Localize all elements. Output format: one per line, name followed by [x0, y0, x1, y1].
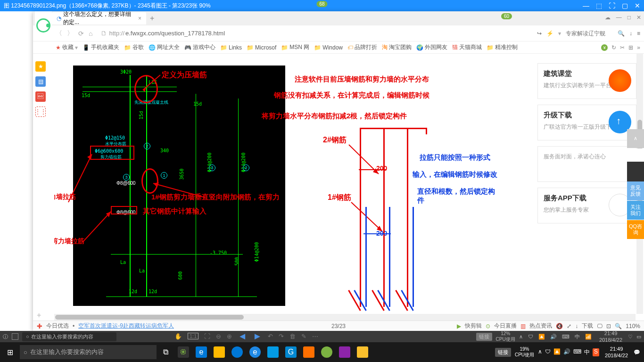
url-input[interactable]: 🗋 http:// e.fwxgx.com/question_1778178.h…: [97, 28, 532, 39]
bookmark-item[interactable]: 📁Window: [314, 44, 343, 51]
tray-ime[interactable]: 中: [584, 348, 590, 356]
tray-alt-clock[interactable]: 21:49 2018/4/22: [597, 330, 624, 344]
app-icon[interactable]: [336, 342, 354, 362]
tool-11-icon[interactable]: 1:1: [188, 333, 198, 339]
tray-alt-notif-icon[interactable]: ▭: [636, 334, 641, 340]
tab-add-button[interactable]: +: [150, 14, 154, 23]
tool-icon[interactable]: ⊡: [606, 323, 611, 329]
bm-badge-icon[interactable]: ¥: [601, 44, 608, 51]
feedback-button[interactable]: 意见反馈: [627, 181, 644, 200]
menu-icon[interactable]: ≡: [637, 30, 640, 37]
bm-icon[interactable]: ✂: [620, 44, 625, 51]
tray-clock[interactable]: 21:49 2018/4/22: [603, 346, 630, 359]
bookmark-item[interactable]: 📁Links: [220, 44, 242, 51]
scrollbar-thumb[interactable]: [55, 315, 244, 320]
taskview-button[interactable]: ⧉: [157, 342, 174, 362]
tool-rotr-icon[interactable]: ↷: [279, 333, 284, 340]
app-icon[interactable]: ֎: [174, 342, 192, 362]
qq-button[interactable]: QQ咨询: [627, 220, 644, 239]
app-icon[interactable]: G: [282, 342, 300, 362]
tray-up-icon[interactable]: ∧: [538, 348, 542, 356]
search-icon[interactable]: 🔍: [618, 30, 625, 37]
bookmark-item[interactable]: 📁Microsof: [247, 44, 276, 51]
start-button[interactable]: ⊞: [0, 342, 20, 362]
status-news-link[interactable]: 空军首次派遣运-9赴西藏转运病危军人: [78, 322, 174, 330]
mute-icon[interactable]: 🔇: [556, 323, 563, 329]
browser-cloud-icon[interactable]: ☁: [605, 14, 611, 21]
app-icon[interactable]: [300, 342, 318, 362]
zoom-icon[interactable]: 🔍: [615, 323, 622, 329]
info-icon[interactable]: ⓘ: [3, 333, 8, 340]
search-input[interactable]: [566, 30, 613, 37]
live-icon[interactable]: ⊙: [486, 323, 490, 329]
tray-vol-icon[interactable]: 🔊: [563, 348, 570, 356]
tool-fit-icon[interactable]: ⛶: [204, 333, 210, 340]
tool-next-icon[interactable]: ►: [253, 331, 262, 342]
app-icon[interactable]: [210, 342, 228, 362]
bookmark-item[interactable]: 📱手机收藏夹: [83, 43, 119, 51]
nav-back-button[interactable]: 〈: [56, 29, 62, 38]
speed-icon[interactable]: ⚡: [546, 30, 553, 37]
share-icon[interactable]: ↪: [537, 30, 542, 37]
nav-forward-button[interactable]: 〉: [67, 29, 74, 38]
tool-edit-icon[interactable]: ✎: [301, 333, 306, 340]
browser-min-icon[interactable]: —: [616, 14, 622, 21]
link-badge[interactable]: 链接: [476, 333, 492, 341]
tool-prev-icon[interactable]: ◄: [238, 331, 247, 342]
nav-reload-button[interactable]: ⟳: [78, 30, 84, 37]
browser-close-icon[interactable]: ✕: [636, 14, 641, 21]
card-app[interactable]: 服务APP下载 您的掌上服务专家: [537, 188, 636, 223]
ext-icon[interactable]: ↓: [629, 30, 632, 37]
dropdown-icon[interactable]: ▾: [558, 30, 561, 37]
app-icon[interactable]: [228, 342, 246, 362]
tray-net-icon[interactable]: 🔼: [553, 348, 561, 356]
rail-add-button[interactable]: +: [37, 311, 45, 320]
bookmark-favorites[interactable]: ★收藏▾: [56, 43, 78, 51]
tool-more-icon[interactable]: ⋯: [312, 333, 318, 340]
tray-sogou-icon[interactable]: S: [593, 348, 599, 356]
search-alt-box[interactable]: ○ 在这里输入你要搜索的内容: [22, 332, 116, 341]
bookmark-item[interactable]: 猫天猫商城: [452, 43, 482, 51]
status-today[interactable]: 今日优选: [46, 322, 69, 330]
viewer-close-icon[interactable]: ✕: [635, 2, 640, 9]
nav-home-button[interactable]: ⌂: [89, 30, 92, 37]
bookmark-item[interactable]: 淘淘宝团购: [382, 43, 412, 51]
win-alt-icon[interactable]: [12, 333, 18, 340]
pip-icon[interactable]: 🖵: [597, 323, 603, 329]
horizontal-scrollbar[interactable]: [54, 314, 636, 321]
tray-alt-heart-icon[interactable]: ♡: [628, 334, 633, 340]
viewer-min-icon[interactable]: —: [583, 2, 589, 9]
rail-docs-button[interactable]: ▤: [35, 76, 46, 87]
bookmark-item[interactable]: 🎮游戏中心: [184, 43, 215, 51]
download-icon[interactable]: ↓: [575, 323, 578, 329]
app-icon[interactable]: [354, 342, 372, 362]
rail-weibo-button[interactable]: ೲ: [35, 91, 46, 102]
card-service[interactable]: 服务面对面，承诺心连心: [537, 146, 636, 182]
viewer-restore-icon[interactable]: ⬚: [596, 2, 602, 9]
viewer-max-icon[interactable]: ⛶: [609, 2, 615, 9]
card-course[interactable]: 建筑课堂 建筑行业实训教学第一平台: [537, 63, 636, 99]
rail-more-button[interactable]: ⋮⋮: [35, 107, 46, 117]
clip-icon[interactable]: ▶: [457, 323, 461, 329]
status-add-button[interactable]: ✚: [37, 322, 42, 330]
app-icon[interactable]: [264, 342, 282, 362]
cpu-meter[interactable]: 19% CPU使用: [515, 346, 534, 358]
bm-expand-icon[interactable]: »: [637, 44, 640, 51]
rail-favorites-button[interactable]: ★: [35, 61, 46, 72]
tray-kb-icon[interactable]: ⌨: [573, 348, 581, 356]
app-icon[interactable]: e: [192, 342, 210, 362]
app-icon[interactable]: [318, 342, 336, 362]
link-badge[interactable]: 链接: [495, 348, 511, 357]
card-upgrade[interactable]: 升级下载 广联达官方唯一正版升级下载: [537, 105, 636, 140]
bookmark-item[interactable]: 📁谷歌: [124, 43, 144, 51]
bookmark-item[interactable]: 🏷品牌打折: [347, 43, 377, 51]
cpu-meter-alt[interactable]: 12% CPU使用: [496, 331, 515, 342]
bm-icon[interactable]: ⊞: [628, 44, 633, 51]
expand-icon[interactable]: ⤢: [567, 323, 571, 329]
browser-tab-active[interactable]: ◔ 这个墙怎么定义，想要详细的定... ×: [52, 12, 146, 25]
tool-delete-icon[interactable]: 🗑: [289, 333, 296, 340]
viewer-square-icon[interactable]: ▢: [622, 2, 628, 9]
follow-button[interactable]: 关注我们: [627, 201, 644, 220]
tray-shield-icon[interactable]: 🛡: [545, 348, 551, 356]
tray-alt-icons[interactable]: ∧ 🛡 🔼 🔊 ⌨ 中 📶: [519, 333, 594, 340]
